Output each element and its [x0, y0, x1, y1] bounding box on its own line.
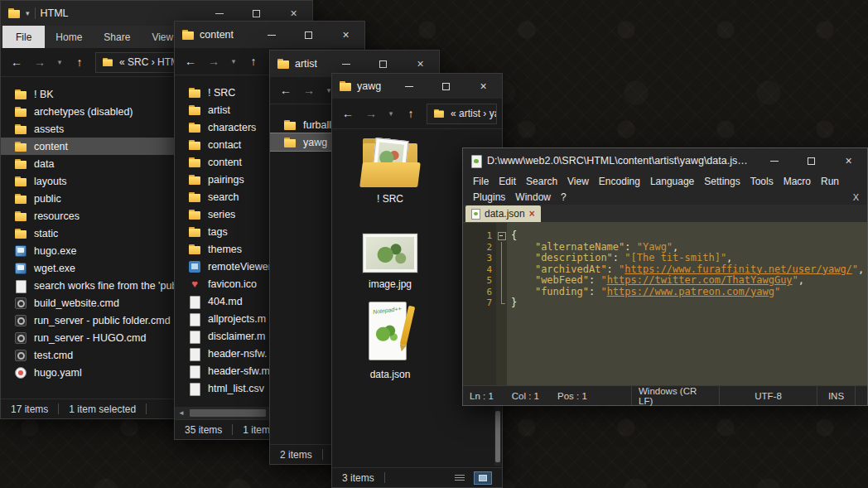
address-bar[interactable]: « artist › ya	[427, 104, 497, 124]
menu-macro[interactable]: Macro	[779, 176, 816, 187]
minimize-icon	[405, 86, 413, 87]
tab-home[interactable]: Home	[45, 26, 93, 48]
tab-close-icon[interactable]: ×	[529, 208, 535, 220]
forward-button[interactable]: →	[203, 55, 224, 68]
fold-margin-marker[interactable]	[496, 242, 507, 254]
code-line: 1{	[463, 230, 867, 242]
file-name: characters	[208, 122, 256, 133]
file-name: furball	[303, 119, 331, 131]
file-tile[interactable]: ! SRC	[340, 138, 440, 205]
menu-language[interactable]: Language	[645, 176, 699, 187]
file-name: test.cmd	[34, 350, 73, 361]
file-list-item[interactable]: yawg	[270, 133, 337, 151]
maximize-button[interactable]	[793, 148, 830, 173]
forward-button[interactable]: →	[360, 107, 382, 120]
maximize-button[interactable]	[290, 22, 327, 48]
gear-icon	[14, 331, 27, 345]
close-button[interactable]: ×	[327, 22, 364, 48]
folder-icon	[283, 118, 297, 132]
notepadpp-file-icon: Notepad++	[365, 300, 415, 363]
folder-icon	[14, 210, 27, 223]
code-token: "[The tit-smith]"	[624, 252, 726, 263]
gear-icon	[14, 297, 27, 310]
code-editor[interactable]: 1{2 "alternateName": "Yawg",3 "descripti…	[463, 223, 867, 385]
tab-share[interactable]: Share	[93, 26, 141, 48]
menu-view[interactable]: View	[562, 176, 594, 187]
scroll-left-icon[interactable]: ◄	[175, 409, 188, 417]
menu-file[interactable]: File	[468, 176, 494, 187]
minimize-button[interactable]	[253, 22, 290, 48]
close-button[interactable]: ×	[465, 74, 502, 99]
menu-edit[interactable]: Edit	[494, 176, 521, 187]
folder-icon	[14, 88, 27, 101]
up-button[interactable]: ↑	[400, 107, 422, 120]
chevron-down-icon[interactable]: ▾	[26, 9, 30, 17]
line-number: 5	[463, 275, 496, 287]
recent-locations-dropdown[interactable]: ▾	[383, 109, 398, 118]
tab-file[interactable]: File	[2, 26, 45, 48]
window-title: yawg	[357, 80, 381, 92]
folder-icon	[283, 136, 297, 149]
forward-button[interactable]: →	[29, 56, 51, 69]
back-button[interactable]: ←	[337, 107, 359, 120]
recent-locations-dropdown[interactable]: ▾	[226, 57, 241, 65]
menu-window[interactable]: Window	[510, 191, 556, 203]
scrollbar-thumb[interactable]	[495, 411, 500, 462]
resize-grip[interactable]	[856, 386, 867, 405]
fold-margin-marker[interactable]	[496, 287, 507, 298]
maximize-button[interactable]	[427, 74, 465, 99]
titlebar[interactable]: D:\www\web2.0\SRC\HTML\content\artist\ya…	[463, 148, 867, 173]
folder-icon	[188, 156, 201, 169]
up-button[interactable]: ↑	[243, 55, 264, 68]
fold-margin-marker[interactable]	[496, 297, 507, 309]
back-button[interactable]: ←	[6, 56, 27, 69]
menu-encoding[interactable]: Encoding	[594, 176, 645, 187]
back-button[interactable]: ←	[275, 84, 297, 97]
file-tile[interactable]: image.jpg	[340, 234, 440, 290]
scrollbar-thumb[interactable]	[190, 409, 266, 417]
fold-margin-marker[interactable]	[496, 253, 507, 264]
window-title: content	[200, 29, 234, 41]
fold-margin-marker[interactable]	[496, 275, 507, 287]
file-name: search works fine from the 'publi	[34, 280, 182, 292]
menu-bar-row2: X PluginsWindow?	[463, 189, 867, 205]
titlebar[interactable]: yawg ×	[332, 74, 502, 99]
file-name: run_server - public folder.cmd	[34, 315, 171, 326]
selection-count: 1 item	[243, 424, 270, 436]
menu-plugins[interactable]: Plugins	[468, 191, 510, 203]
titlebar[interactable]: content ×	[175, 22, 364, 48]
menu-tools[interactable]: Tools	[745, 176, 779, 187]
file-name: data	[34, 158, 54, 170]
menu-help[interactable]: ?	[556, 191, 571, 203]
file-tile[interactable]: Notepad++data.json	[340, 300, 440, 380]
window-title: HTML	[41, 7, 69, 19]
menu-search[interactable]: Search	[521, 176, 562, 187]
recent-locations-dropdown[interactable]: ▾	[52, 58, 67, 66]
minimize-icon	[342, 64, 350, 65]
details-view-button[interactable]	[451, 471, 469, 485]
tab-datajson[interactable]: data.json ×	[465, 205, 541, 222]
fold-margin-marker[interactable]	[496, 264, 507, 276]
close-button[interactable]: ×	[830, 148, 867, 173]
divider	[232, 424, 233, 435]
back-button[interactable]: ←	[180, 55, 201, 68]
code-line: 4 "archivedAt": "https://www.furaffinity…	[463, 264, 867, 276]
minimize-button[interactable]	[390, 74, 427, 99]
up-button[interactable]: ↑	[69, 56, 90, 69]
heart-icon: ♥	[188, 278, 201, 291]
menu-run[interactable]: Run	[816, 176, 844, 187]
minimize-button[interactable]	[755, 148, 793, 173]
thumbnail-view-button[interactable]	[474, 471, 492, 485]
menu-settings[interactable]: Settings	[699, 176, 745, 187]
maximize-icon	[808, 157, 815, 165]
gear-icon	[14, 314, 27, 327]
folder-icon	[433, 108, 445, 119]
file-name: ! BK	[34, 89, 54, 100]
code-line: 7}	[463, 297, 867, 309]
code-token: :	[589, 286, 600, 297]
doc-icon	[188, 365, 201, 378]
folder-icon	[14, 105, 27, 118]
fold-margin-marker[interactable]	[496, 230, 507, 242]
forward-button[interactable]: →	[298, 84, 320, 97]
close-document-button[interactable]: X	[853, 192, 859, 202]
